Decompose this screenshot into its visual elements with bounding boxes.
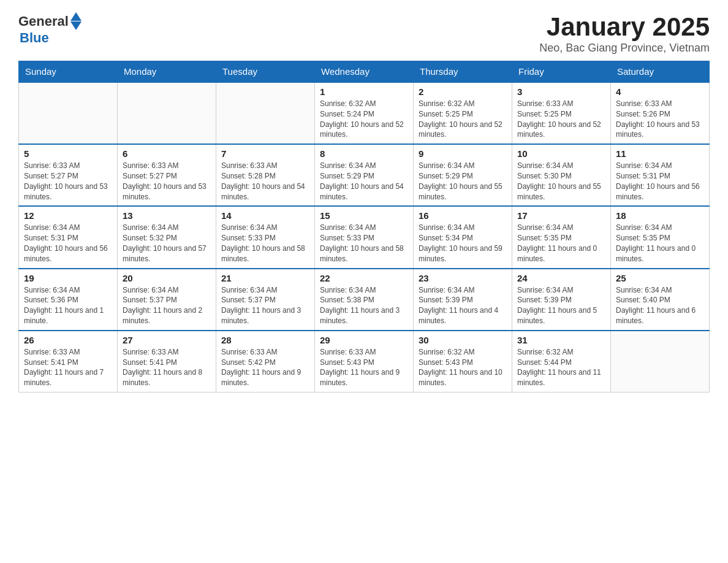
- calendar-cell: 31Sunrise: 6:32 AMSunset: 5:44 PMDayligh…: [512, 331, 611, 393]
- day-number: 21: [221, 273, 309, 283]
- calendar-week-3: 12Sunrise: 6:34 AMSunset: 5:31 PMDayligh…: [19, 206, 710, 268]
- day-info: Sunrise: 6:32 AMSunset: 5:43 PMDaylight:…: [419, 347, 507, 388]
- logo-general: General: [18, 13, 69, 29]
- day-number: 22: [320, 273, 408, 283]
- calendar-cell: 16Sunrise: 6:34 AMSunset: 5:34 PMDayligh…: [414, 206, 512, 268]
- day-number: 2: [419, 86, 507, 97]
- calendar-cell: 22Sunrise: 6:34 AMSunset: 5:38 PMDayligh…: [315, 269, 414, 331]
- day-number: 18: [616, 210, 704, 221]
- calendar-cell: 5Sunrise: 6:33 AMSunset: 5:27 PMDaylight…: [19, 144, 118, 206]
- calendar-cell: 25Sunrise: 6:34 AMSunset: 5:40 PMDayligh…: [611, 269, 710, 331]
- day-number: 26: [24, 335, 112, 345]
- logo-blue: Blue: [20, 30, 49, 46]
- logo: General Blue: [18, 12, 82, 46]
- calendar-cell: 19Sunrise: 6:34 AMSunset: 5:36 PMDayligh…: [19, 269, 118, 331]
- day-info: Sunrise: 6:34 AMSunset: 5:31 PMDaylight:…: [24, 223, 112, 264]
- day-info: Sunrise: 6:34 AMSunset: 5:33 PMDaylight:…: [221, 223, 309, 264]
- day-info: Sunrise: 6:33 AMSunset: 5:41 PMDaylight:…: [123, 347, 211, 388]
- day-number: 9: [419, 148, 507, 159]
- day-info: Sunrise: 6:33 AMSunset: 5:25 PMDaylight:…: [517, 99, 605, 140]
- day-info: Sunrise: 6:34 AMSunset: 5:37 PMDaylight:…: [123, 285, 211, 326]
- day-info: Sunrise: 6:32 AMSunset: 5:25 PMDaylight:…: [419, 99, 507, 140]
- calendar-cell: 6Sunrise: 6:33 AMSunset: 5:27 PMDaylight…: [118, 144, 216, 206]
- day-number: 4: [616, 86, 704, 97]
- calendar-cell: 8Sunrise: 6:34 AMSunset: 5:29 PMDaylight…: [315, 144, 414, 206]
- day-info: Sunrise: 6:34 AMSunset: 5:31 PMDaylight:…: [616, 161, 704, 202]
- day-info: Sunrise: 6:34 AMSunset: 5:32 PMDaylight:…: [123, 223, 211, 264]
- calendar-cell: 15Sunrise: 6:34 AMSunset: 5:33 PMDayligh…: [315, 206, 414, 268]
- day-number: 27: [123, 335, 211, 345]
- calendar-week-1: 1Sunrise: 6:32 AMSunset: 5:24 PMDaylight…: [19, 82, 710, 144]
- day-info: Sunrise: 6:34 AMSunset: 5:29 PMDaylight:…: [320, 161, 408, 202]
- day-info: Sunrise: 6:34 AMSunset: 5:36 PMDaylight:…: [24, 285, 112, 326]
- calendar-table: SundayMondayTuesdayWednesdayThursdayFrid…: [18, 61, 710, 393]
- calendar-cell: 3Sunrise: 6:33 AMSunset: 5:25 PMDaylight…: [512, 82, 611, 144]
- title-section: January 2025 Neo, Bac Giang Province, Vi…: [539, 12, 710, 55]
- calendar-cell: 27Sunrise: 6:33 AMSunset: 5:41 PMDayligh…: [118, 331, 216, 393]
- calendar-cell: 17Sunrise: 6:34 AMSunset: 5:35 PMDayligh…: [512, 206, 611, 268]
- calendar-header-monday: Monday: [118, 61, 216, 83]
- day-number: 30: [419, 335, 507, 345]
- day-info: Sunrise: 6:34 AMSunset: 5:37 PMDaylight:…: [221, 285, 309, 326]
- day-number: 29: [320, 335, 408, 345]
- day-number: 1: [320, 86, 408, 97]
- day-number: 24: [517, 273, 605, 283]
- day-info: Sunrise: 6:33 AMSunset: 5:27 PMDaylight:…: [24, 161, 112, 202]
- calendar-cell: 14Sunrise: 6:34 AMSunset: 5:33 PMDayligh…: [216, 206, 315, 268]
- day-number: 31: [517, 335, 605, 345]
- calendar-header-sunday: Sunday: [19, 61, 118, 83]
- calendar-cell: 21Sunrise: 6:34 AMSunset: 5:37 PMDayligh…: [216, 269, 315, 331]
- day-number: 7: [221, 148, 309, 159]
- day-info: Sunrise: 6:34 AMSunset: 5:33 PMDaylight:…: [320, 223, 408, 264]
- day-info: Sunrise: 6:34 AMSunset: 5:35 PMDaylight:…: [517, 223, 605, 264]
- calendar-cell: 4Sunrise: 6:33 AMSunset: 5:26 PMDaylight…: [611, 82, 710, 144]
- day-number: 5: [24, 148, 112, 159]
- calendar-header-friday: Friday: [512, 61, 611, 83]
- day-number: 16: [419, 210, 507, 221]
- calendar-cell: 20Sunrise: 6:34 AMSunset: 5:37 PMDayligh…: [118, 269, 216, 331]
- day-info: Sunrise: 6:33 AMSunset: 5:28 PMDaylight:…: [221, 161, 309, 202]
- calendar-cell: 2Sunrise: 6:32 AMSunset: 5:25 PMDaylight…: [414, 82, 512, 144]
- day-info: Sunrise: 6:34 AMSunset: 5:30 PMDaylight:…: [517, 161, 605, 202]
- day-number: 3: [517, 86, 605, 97]
- calendar-cell: 26Sunrise: 6:33 AMSunset: 5:41 PMDayligh…: [19, 331, 118, 393]
- day-info: Sunrise: 6:33 AMSunset: 5:26 PMDaylight:…: [616, 99, 704, 140]
- calendar-header-row: SundayMondayTuesdayWednesdayThursdayFrid…: [19, 61, 710, 83]
- day-number: 23: [419, 273, 507, 283]
- calendar-cell: [216, 82, 315, 144]
- day-number: 15: [320, 210, 408, 221]
- day-number: 14: [221, 210, 309, 221]
- day-info: Sunrise: 6:34 AMSunset: 5:29 PMDaylight:…: [419, 161, 507, 202]
- calendar-cell: 12Sunrise: 6:34 AMSunset: 5:31 PMDayligh…: [19, 206, 118, 268]
- day-number: 8: [320, 148, 408, 159]
- calendar-cell: 1Sunrise: 6:32 AMSunset: 5:24 PMDaylight…: [315, 82, 414, 144]
- day-info: Sunrise: 6:34 AMSunset: 5:38 PMDaylight:…: [320, 285, 408, 326]
- day-number: 10: [517, 148, 605, 159]
- calendar-cell: 9Sunrise: 6:34 AMSunset: 5:29 PMDaylight…: [414, 144, 512, 206]
- day-number: 25: [616, 273, 704, 283]
- day-number: 6: [123, 148, 211, 159]
- calendar-cell: 10Sunrise: 6:34 AMSunset: 5:30 PMDayligh…: [512, 144, 611, 206]
- page-header: General Blue January 2025 Neo, Bac Giang…: [18, 12, 710, 55]
- calendar-cell: 23Sunrise: 6:34 AMSunset: 5:39 PMDayligh…: [414, 269, 512, 331]
- calendar-cell: 18Sunrise: 6:34 AMSunset: 5:35 PMDayligh…: [611, 206, 710, 268]
- calendar-header-wednesday: Wednesday: [315, 61, 414, 83]
- calendar-cell: [118, 82, 216, 144]
- day-number: 20: [123, 273, 211, 283]
- day-number: 19: [24, 273, 112, 283]
- day-info: Sunrise: 6:32 AMSunset: 5:44 PMDaylight:…: [517, 347, 605, 388]
- calendar-week-2: 5Sunrise: 6:33 AMSunset: 5:27 PMDaylight…: [19, 144, 710, 206]
- day-info: Sunrise: 6:34 AMSunset: 5:34 PMDaylight:…: [419, 223, 507, 264]
- calendar-cell: 28Sunrise: 6:33 AMSunset: 5:42 PMDayligh…: [216, 331, 315, 393]
- calendar-cell: 13Sunrise: 6:34 AMSunset: 5:32 PMDayligh…: [118, 206, 216, 268]
- calendar-cell: 24Sunrise: 6:34 AMSunset: 5:39 PMDayligh…: [512, 269, 611, 331]
- day-info: Sunrise: 6:33 AMSunset: 5:27 PMDaylight:…: [123, 161, 211, 202]
- calendar-cell: 30Sunrise: 6:32 AMSunset: 5:43 PMDayligh…: [414, 331, 512, 393]
- day-info: Sunrise: 6:33 AMSunset: 5:43 PMDaylight:…: [320, 347, 408, 388]
- day-info: Sunrise: 6:34 AMSunset: 5:39 PMDaylight:…: [419, 285, 507, 326]
- day-info: Sunrise: 6:33 AMSunset: 5:41 PMDaylight:…: [24, 347, 112, 388]
- calendar-week-4: 19Sunrise: 6:34 AMSunset: 5:36 PMDayligh…: [19, 269, 710, 331]
- calendar-week-5: 26Sunrise: 6:33 AMSunset: 5:41 PMDayligh…: [19, 331, 710, 393]
- main-title: January 2025: [539, 12, 710, 42]
- day-number: 12: [24, 210, 112, 221]
